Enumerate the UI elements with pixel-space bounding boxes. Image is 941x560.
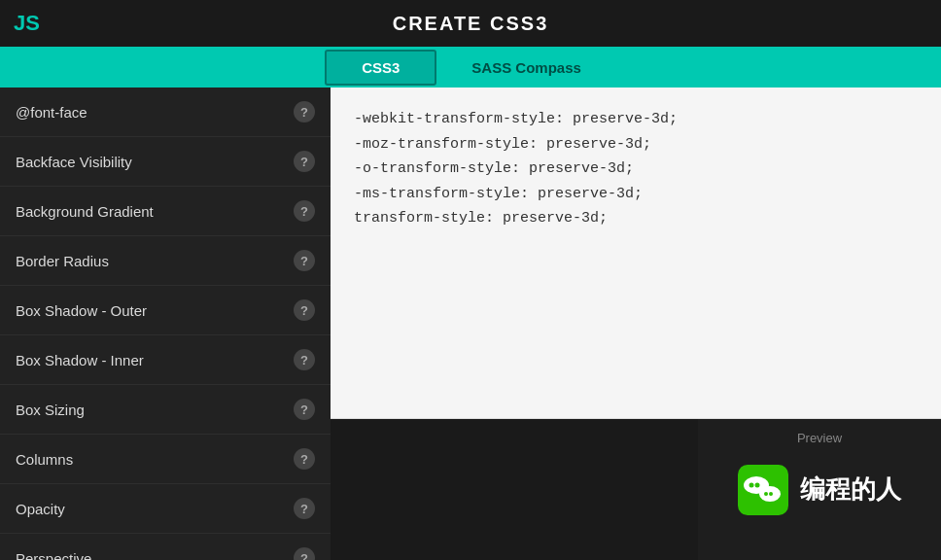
code-line-0: -webkit-transform-style: preserve-3d; — [354, 107, 918, 132]
help-icon-perspective[interactable]: ? — [294, 547, 315, 560]
svg-point-3 — [755, 482, 760, 487]
svg-point-6 — [769, 492, 773, 496]
main-layout: @font-face ? Backface Visibility ? Backg… — [0, 88, 941, 560]
logo: JS — [14, 11, 40, 36]
sidebar-item-background-gradient[interactable]: Background Gradient ? — [0, 187, 331, 236]
sidebar-item-label: Box Shadow - Inner — [16, 352, 144, 368]
sidebar: @font-face ? Backface Visibility ? Backg… — [0, 88, 331, 560]
preview-content: 编程的人 — [738, 465, 901, 515]
sidebar-item-label: Columns — [16, 451, 73, 468]
svg-point-5 — [764, 492, 768, 496]
code-line-4: transform-style: preserve-3d; — [354, 206, 918, 231]
code-line-2: -o-transform-style: preserve-3d; — [354, 157, 918, 182]
help-icon-border-radius[interactable]: ? — [294, 250, 315, 271]
preview-area: Preview 编程的人 — [331, 419, 941, 560]
sidebar-item-columns[interactable]: Columns ? — [0, 435, 331, 484]
content-area: -webkit-transform-style: preserve-3d; -m… — [331, 88, 941, 560]
header-title: CREATE CSS3 — [393, 13, 549, 35]
code-line-1: -moz-transform-style: preserve-3d; — [354, 132, 918, 158]
preview-box: Preview 编程的人 — [698, 419, 941, 560]
tab-sass[interactable]: SASS Compass — [436, 52, 616, 84]
help-icon-box-sizing[interactable]: ? — [294, 399, 315, 420]
tab-bar: CSS3 SASS Compass — [0, 47, 941, 88]
sidebar-item-box-sizing[interactable]: Box Sizing ? — [0, 385, 331, 435]
sidebar-item-label: Backface Visibility — [16, 154, 132, 170]
sidebar-item-label: Border Radius — [16, 253, 109, 269]
header: JS CREATE CSS3 — [0, 0, 941, 47]
sidebar-item-label: @font-face — [16, 104, 87, 121]
help-icon-box-shadow-outer[interactable]: ? — [294, 299, 315, 321]
preview-label: Preview — [797, 431, 842, 445]
sidebar-item-box-shadow-inner[interactable]: Box Shadow - Inner ? — [0, 335, 331, 385]
tab-css3[interactable]: CSS3 — [325, 50, 436, 86]
help-icon-background-gradient[interactable]: ? — [294, 200, 315, 222]
sidebar-item-box-shadow-outer[interactable]: Box Shadow - Outer ? — [0, 286, 331, 335]
sidebar-item-border-radius[interactable]: Border Radius ? — [0, 236, 331, 286]
help-icon-columns[interactable]: ? — [294, 448, 315, 470]
sidebar-item-label: Background Gradient — [16, 203, 154, 220]
wechat-icon — [738, 465, 788, 515]
sidebar-item-perspective[interactable]: Perspective ? — [0, 534, 331, 560]
preview-text: 编程的人 — [800, 472, 901, 507]
sidebar-item-label: Perspective — [16, 550, 91, 561]
help-icon-box-shadow-inner[interactable]: ? — [294, 349, 315, 370]
help-icon-opacity[interactable]: ? — [294, 498, 315, 519]
code-output: -webkit-transform-style: preserve-3d; -m… — [331, 88, 941, 419]
sidebar-item-label: Opacity — [16, 501, 65, 517]
help-icon-font-face[interactable]: ? — [294, 101, 315, 122]
code-line-3: -ms-transform-style: preserve-3d; — [354, 182, 918, 207]
help-icon-backface-visibility[interactable]: ? — [294, 151, 315, 172]
sidebar-item-font-face[interactable]: @font-face ? — [0, 88, 331, 137]
sidebar-item-label: Box Shadow - Outer — [16, 302, 147, 319]
svg-point-2 — [749, 482, 754, 487]
sidebar-item-backface-visibility[interactable]: Backface Visibility ? — [0, 137, 331, 187]
sidebar-item-label: Box Sizing — [16, 402, 85, 418]
sidebar-item-opacity[interactable]: Opacity ? — [0, 484, 331, 534]
